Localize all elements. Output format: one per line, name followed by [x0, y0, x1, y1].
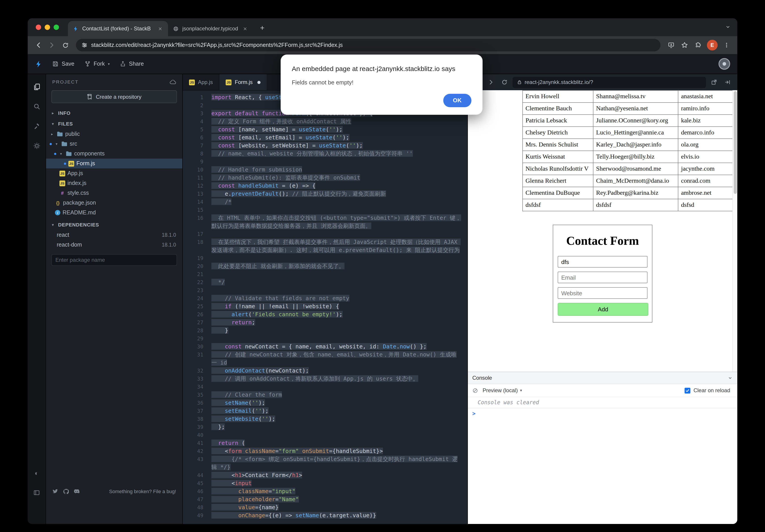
code-text[interactable] [211, 334, 467, 342]
code-text[interactable]: <input [211, 479, 467, 487]
code-text[interactable]: // handleSubmit(e): 监听表单提交事件 onSubmit [211, 174, 467, 182]
code-text[interactable]: return; [211, 318, 467, 326]
preview-scrollbar[interactable] [732, 90, 737, 372]
package-search-input[interactable] [51, 254, 177, 266]
code-text[interactable]: const [name, setName] = useState(''); [211, 126, 467, 134]
code-text[interactable]: 在某些情况下，我们希望 拦截表单提交事件，然后用 JavaScript 处理数据… [211, 238, 467, 254]
code-text[interactable]: return ( [211, 439, 467, 447]
profile-avatar[interactable]: E [707, 40, 718, 51]
tree-item-app-js[interactable]: JSApp.js [46, 169, 182, 178]
stackblitz-logo-icon[interactable] [35, 60, 42, 68]
scrollbar-thumb[interactable] [734, 91, 737, 194]
preview-reload-icon[interactable] [499, 77, 510, 88]
tools-icon[interactable] [32, 122, 41, 131]
open-external-icon[interactable] [709, 77, 719, 88]
code-text[interactable]: */ [211, 278, 467, 286]
email-input[interactable] [558, 271, 647, 283]
code-text[interactable]: className="input" [211, 487, 467, 495]
dependency-react-dom[interactable]: react-dom 18.1.0 [46, 240, 182, 250]
tree-item-readme-md[interactable]: iREADME.md [46, 208, 182, 218]
preview-address-bar[interactable]: react-j2anynkk.stackblitz.io/? [512, 77, 706, 88]
console-header[interactable]: Console [468, 372, 737, 384]
minimize-window-button[interactable] [45, 25, 50, 30]
fork-button[interactable]: Fork ▾ [84, 61, 110, 67]
code-text[interactable] [211, 254, 467, 262]
search-icon[interactable] [32, 102, 41, 111]
code-text[interactable] [211, 270, 467, 278]
tree-item-components[interactable]: ▾components [46, 149, 182, 159]
discord-icon[interactable] [73, 489, 80, 494]
code-text[interactable]: const [email, setEmail] = useState(''); [211, 134, 467, 142]
layout-panel-icon[interactable] [32, 488, 41, 497]
section-info[interactable]: ▸ INFO [46, 108, 182, 118]
code-text[interactable]: // 定义 Form 组件，并接收 onAddContact 属性 [211, 118, 467, 126]
account-badge-icon[interactable] [719, 58, 730, 70]
create-repository-button[interactable]: Create a repository [51, 90, 177, 103]
code-text[interactable]: }; [211, 423, 467, 431]
files-icon[interactable] [32, 82, 41, 91]
tab-jsonplaceholder[interactable]: jsonplaceholder.typicode.co [168, 21, 253, 36]
code-text[interactable]: const handleSubmit = (e) => { [211, 182, 467, 190]
close-window-button[interactable] [36, 25, 41, 30]
code-text[interactable]: // 调用 onAddContact，将新联系人添加到 App.js 的 use… [211, 375, 467, 383]
theme-toggle-icon[interactable]: ◐ [32, 469, 41, 477]
console-context-dropdown[interactable]: Preview (local) ▾ [482, 387, 522, 393]
code-text[interactable] [211, 383, 467, 391]
console-prompt[interactable]: > [468, 408, 737, 419]
code-text[interactable]: const [website, setWebsite] = useState('… [211, 142, 467, 150]
settings-gear-icon[interactable] [32, 141, 41, 150]
site-info-icon[interactable] [81, 42, 88, 48]
bookmark-star-icon[interactable] [678, 39, 691, 51]
code-text[interactable]: onAddContact(newContact); [211, 367, 467, 375]
code-text[interactable]: onChange={(e) => setName(e.target.value)… [211, 511, 467, 519]
install-app-icon[interactable] [665, 39, 677, 51]
code-text[interactable]: } [211, 326, 467, 334]
save-button[interactable]: Save [52, 61, 74, 67]
github-icon[interactable] [63, 488, 69, 494]
code-text[interactable]: value={name} [211, 503, 467, 511]
code-text[interactable]: 在 HTML 表单中，如果你点击提交按钮 (<button type="subm… [211, 214, 467, 230]
tree-item-form-js[interactable]: JSForm.js [46, 159, 182, 169]
file-bug-link[interactable]: Something broken? File a bug! [109, 489, 176, 494]
tree-item-style-css[interactable]: #style.css [46, 188, 182, 198]
dependency-react[interactable]: react 18.1.0 [46, 230, 182, 240]
code-text[interactable] [211, 431, 467, 439]
website-input[interactable] [558, 287, 647, 299]
code-text[interactable]: // Validate that fields are not empty [211, 294, 467, 302]
code-text[interactable]: /* [211, 198, 467, 206]
forward-icon[interactable] [46, 39, 58, 51]
code-text[interactable]: // name、email、website 分别管理输入框的状态，初始值为空字符… [211, 150, 467, 158]
address-bar[interactable]: stackblitz.com/edit/react-j2anynkk?file=… [76, 39, 660, 51]
clear-on-reload-checkbox[interactable] [685, 387, 690, 393]
tree-item-public[interactable]: ▸public [46, 129, 182, 139]
section-files[interactable]: ▾ FILES [46, 118, 182, 129]
extensions-puzzle-icon[interactable] [692, 39, 704, 51]
code-text[interactable] [211, 286, 467, 294]
reload-icon[interactable] [59, 39, 72, 51]
fork-chevron-icon[interactable]: ▾ [108, 62, 110, 66]
tree-item-package-json[interactable]: {}package.json [46, 198, 182, 208]
code-text[interactable]: // Handle form submission [211, 166, 467, 174]
browser-menu-icon[interactable] [720, 39, 733, 51]
editor-tab-formjs[interactable]: JS Form.js [220, 74, 268, 90]
close-icon[interactable] [156, 25, 164, 32]
code-text[interactable]: // 创建 newContact 对象，包含 name、email、websit… [211, 351, 467, 367]
preview-forward-icon[interactable] [486, 77, 496, 88]
code-text[interactable]: setEmail(''); [211, 407, 467, 415]
add-button[interactable]: Add [558, 303, 648, 316]
code-area[interactable]: 1import React, { useState } from 'react'… [183, 91, 467, 524]
code-text[interactable]: e.preventDefault(); // 阻止默认提交行为，避免页面刷新 [211, 190, 467, 198]
code-text[interactable]: const newContact = { name, email, websit… [211, 342, 467, 351]
code-text[interactable]: 此处要是不阻止 就会刷新，新添加的就会不见了。 [211, 262, 467, 270]
section-dependencies[interactable]: ▾ DEPENDENCIES [46, 219, 182, 230]
code-text[interactable] [211, 230, 467, 238]
clear-console-icon[interactable] [472, 387, 478, 393]
tree-item-index-js[interactable]: JSindex.js [46, 178, 182, 188]
code-text[interactable]: // Clear the form [211, 391, 467, 399]
code-text[interactable]: placeholder="Name" [211, 495, 467, 503]
tree-item-src[interactable]: ▾src [46, 139, 182, 149]
dock-panel-icon[interactable] [722, 77, 733, 88]
name-input[interactable] [558, 256, 647, 267]
code-text[interactable]: if (!name || !email || !website) { [211, 302, 467, 310]
twitter-icon[interactable] [52, 489, 59, 494]
